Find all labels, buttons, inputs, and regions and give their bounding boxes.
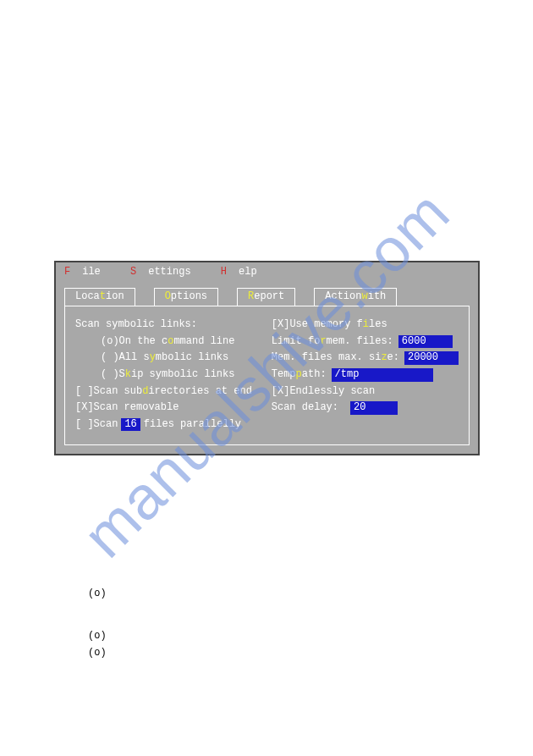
tab-actionwith[interactable]: Actionwith (314, 288, 397, 306)
menu-file[interactable]: File (64, 266, 113, 278)
mem-files-max-size-input[interactable]: 20000 (404, 351, 459, 365)
limit-mem-files-row: Limit for mem. files: 6000 (272, 335, 459, 349)
radio-mark: ( ) (101, 368, 119, 382)
options-right-column: [X] Use memory files Limit for mem. file… (272, 315, 459, 434)
temp-path-row: Temp path: /tmp (272, 368, 459, 382)
scan-delay-input[interactable]: 20 (350, 401, 398, 415)
checkbox-scan-files-parallelly[interactable]: [ ] Scan 16 files parallelly (75, 418, 255, 432)
checkbox-scan-removable[interactable]: [X] Scan removable (75, 401, 255, 415)
tab-options[interactable]: Options (154, 288, 218, 306)
page-text-radio-3: (o) (88, 647, 107, 660)
tab-report[interactable]: Report (237, 288, 295, 306)
radio-mark: ( ) (101, 351, 119, 365)
checkbox-scan-subdirectories-at-end[interactable]: [ ] Scan subdirectories at end (75, 385, 255, 399)
checkbox-mark: [ ] (75, 385, 94, 399)
menu-bar: File Settings Help (56, 262, 478, 283)
checkbox-endlessly-scan[interactable]: [X] Endlessly scan (272, 385, 459, 399)
options-left-column: Scan symbolic links: (o) On the command … (75, 315, 255, 434)
checkbox-use-memory-files[interactable]: [X] Use memory files (272, 318, 459, 332)
menu-help-hotkey: H (221, 266, 227, 278)
page-text-radio-2: (o) (88, 630, 107, 643)
mem-files-max-size-row: Mem. files max. size: 20000 (272, 351, 459, 365)
radio-skip-symbolic-links[interactable]: ( ) Skip symbolic links (75, 368, 255, 382)
radio-mark: (o) (101, 335, 119, 349)
scan-delay-row: Scan delay: 20 (272, 401, 459, 415)
limit-mem-files-input[interactable]: 6000 (398, 335, 453, 349)
radio-on-command-line[interactable]: (o) On the command line (75, 335, 255, 349)
checkbox-mark: [ ] (75, 418, 94, 432)
temp-path-input[interactable]: /tmp (332, 368, 433, 382)
menu-help[interactable]: Help (221, 266, 269, 278)
parallel-files-count-input[interactable]: 16 (121, 418, 140, 432)
tab-bar: Location Options Report Actionwith (56, 283, 478, 306)
options-dialog-window: File Settings Help Location Options Repo… (54, 261, 480, 455)
options-panel: Scan symbolic links: (o) On the command … (64, 306, 470, 445)
menu-settings[interactable]: Settings (130, 266, 203, 278)
checkbox-mark: [X] (75, 401, 94, 415)
checkbox-mark: [X] (272, 385, 290, 399)
scan-delay-label: Scan delay: (272, 401, 338, 415)
symlink-group-label: Scan symbolic links: (75, 318, 255, 332)
menu-file-hotkey: F (64, 266, 70, 278)
checkbox-mark: [X] (272, 318, 290, 332)
tab-location[interactable]: Location (64, 288, 135, 306)
radio-all-symbolic-links[interactable]: ( ) All symbolic links (75, 351, 255, 365)
menu-settings-hotkey: S (130, 266, 136, 278)
page-text-radio-1: (o) (88, 588, 107, 601)
